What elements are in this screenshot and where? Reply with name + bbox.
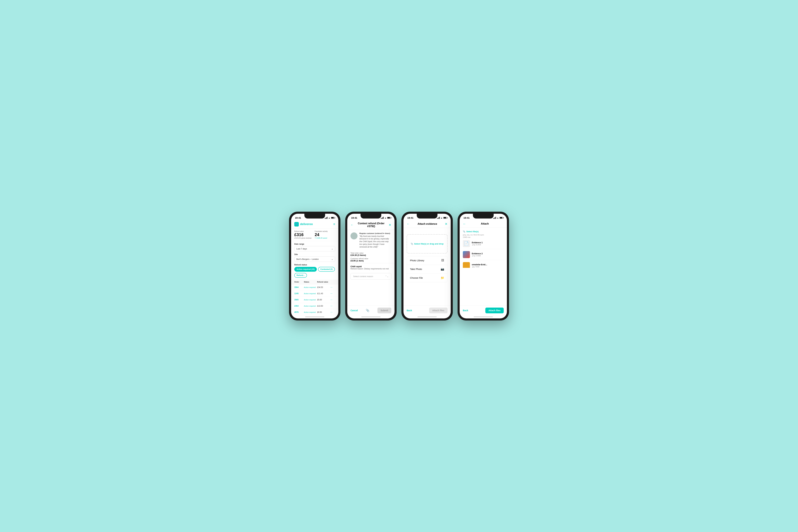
customer-badge: Regular customer (ordered 5+ times) — [359, 232, 391, 234]
phones-container: 19:41 ▲ — [289, 212, 509, 320]
take-photo-option[interactable]: Take Photo 📷 — [407, 265, 448, 273]
phone3-content: ← Attach evidence ✕ 📎 Select file(s) or … — [403, 221, 451, 315]
paperclip-icon-3: 📎 — [463, 230, 466, 233]
phone2-wrapper: 19:41 ▲ — [345, 212, 396, 320]
photo-library-option[interactable]: Photo Library 🖼 — [407, 256, 448, 265]
tab-action-required[interactable]: Action required (10) — [294, 267, 317, 272]
deliveroo-logo-icon: 🐦 — [294, 222, 299, 227]
date-select[interactable]: Last 7 days ⌄ — [294, 246, 335, 251]
paperclip-icon[interactable]: 📎 — [366, 309, 369, 312]
fraud-stat: Fraudulent activity 24 🛡 £169.20 saved — [315, 230, 328, 239]
site-select[interactable]: Bert's Bergers – London ⌄ — [294, 256, 335, 262]
back-button-text-4[interactable]: Back — [463, 309, 468, 312]
tab-refund[interactable]: Refund... — [294, 273, 307, 278]
phone4-notch — [473, 214, 494, 218]
choose-file-label: Choose File — [410, 277, 423, 279]
table-row[interactable]: 2354 Action required £13.50 ··· — [291, 303, 338, 309]
table-header: Order Status Refund value — [291, 280, 338, 284]
take-photo-label: Take Photo — [410, 268, 422, 270]
order-number[interactable]: 3564 — [294, 286, 304, 288]
photo-library-label: Photo Library — [410, 259, 424, 262]
close-button-3[interactable]: ✕ — [445, 222, 448, 226]
more-options-icon[interactable]: ··· — [330, 286, 335, 289]
phone1-wrapper: 19:41 ▲ — [289, 212, 340, 320]
back-button-3[interactable]: ← — [407, 222, 410, 226]
item-reason: Refund reason: Dietary requirements not … — [350, 268, 391, 270]
orders-table: Order Status Refund value 3564 Action re… — [291, 280, 338, 315]
contest-footer: Cancel 📎 Submit — [347, 305, 395, 315]
phone1-content: 🐦 deliveroo ≡ Refund value £316 of £4,21… — [291, 221, 338, 315]
order-value: £6.50 — [317, 311, 330, 313]
attach-header-4: ← Attach — [460, 221, 507, 228]
back-button-4[interactable]: ← — [463, 222, 466, 226]
drag-drop-area[interactable]: 📎 Select file(s) or drag and drop — [407, 234, 448, 253]
file-items: 📄 Evidence 1 .png 413KB Evidence 2 .png … — [463, 238, 504, 268]
site-label: Site — [294, 253, 335, 255]
dashboard-header: 🐦 deliveroo ≡ — [291, 221, 338, 229]
select-files-row[interactable]: 📎 Select file(s) — [463, 229, 504, 234]
status-label: Refund status — [294, 264, 335, 266]
wifi-icon-2: ▲ — [384, 217, 386, 219]
order-details: Total order value £24.30 (3 items) Custo… — [347, 252, 395, 263]
submit-button[interactable]: Submit — [377, 308, 391, 313]
file-size-note: 15MB max — [463, 236, 504, 238]
camera-icon: 📷 — [441, 267, 444, 271]
more-options-icon[interactable]: ··· — [330, 305, 335, 307]
phone4-home-indicator — [460, 315, 507, 319]
order-status: Action required — [304, 292, 317, 294]
contest-modal-header: ← Contest refund (Order #3792) ✕ — [347, 221, 395, 230]
file-thumbnail — [463, 251, 470, 258]
attach-files-button-disabled[interactable]: Attach files — [429, 308, 448, 313]
order-number[interactable]: 1245 — [294, 292, 304, 294]
phone2: 19:41 ▲ — [345, 212, 396, 320]
order-value: £13.50 — [317, 305, 330, 307]
table-row[interactable]: 1245 Action required £11.43 ··· — [291, 290, 338, 297]
back-button-2[interactable]: ← — [350, 223, 354, 227]
table-row[interactable]: 4576 Action required £6.50 ··· — [291, 309, 338, 315]
phone4-wrapper: 19:41 ▲ — [458, 212, 509, 320]
choose-file-option[interactable]: Choose File 📁 — [407, 273, 448, 282]
site-value: Bert's Bergers – London — [297, 258, 319, 260]
drag-drop-text: 📎 Select file(s) or drag and drop — [411, 243, 443, 245]
date-value: Last 7 days — [297, 248, 307, 250]
phone3-wrapper: 19:41 ▲ — [402, 212, 453, 320]
more-options-icon[interactable]: ··· — [330, 311, 335, 314]
more-options-icon[interactable]: ··· — [330, 292, 335, 295]
total-label: Total order value — [350, 252, 391, 254]
refund-row: Customer refund value £6.95 (1 item) — [350, 258, 391, 262]
attach-footer: Back Attach files — [403, 305, 451, 315]
phone4-status-icons: ▲ — [493, 217, 503, 219]
spacer — [347, 281, 395, 305]
contest-reason-select[interactable]: Select contest reason ⌃⌄ — [350, 273, 391, 280]
order-status: Action required — [304, 286, 317, 288]
cancel-button[interactable]: Cancel — [350, 309, 358, 312]
refund-value: £316 — [294, 232, 311, 237]
more-options-icon[interactable]: ··· — [330, 298, 335, 301]
file-item: 📄 Evidence 1 .png 413KB — [463, 238, 504, 249]
file-info: Evidence 2 .png 4.6MB — [472, 252, 482, 256]
attach-footer-4: Back Attach files — [460, 305, 507, 315]
file-meta: .png 4.6MB — [472, 255, 482, 256]
back-button-text-3[interactable]: Back — [407, 309, 412, 312]
order-number[interactable]: 3565 — [294, 299, 304, 301]
phone3-home-indicator — [403, 315, 451, 319]
close-button[interactable]: ✕ — [388, 223, 391, 227]
file-list: 📎 Select file(s) jpeg, png, csv, Word fi… — [460, 228, 507, 268]
phone2-notch — [361, 214, 381, 218]
attach-files-button-active[interactable]: Attach files — [485, 308, 504, 313]
order-number[interactable]: 2354 — [294, 305, 304, 307]
fraud-value: 24 — [315, 232, 328, 237]
table-row[interactable]: 3564 Action required £34.53 ··· — [291, 284, 338, 290]
phone1: 19:41 ▲ — [289, 212, 340, 320]
menu-icon[interactable]: ≡ — [333, 222, 335, 226]
order-status: Action required — [304, 299, 317, 301]
item-name: Chilli squid — [350, 265, 391, 268]
wifi-icon-4: ▲ — [497, 217, 499, 219]
table-row[interactable]: 3565 Action required £5.00 ··· — [291, 297, 338, 303]
chevron-up-down-icon: ⌃⌄ — [385, 275, 388, 278]
order-status: Action required — [304, 311, 317, 313]
phone4-time: 19:41 — [463, 216, 470, 219]
stats-section: Refund value £316 of £4,211 gross revenu… — [291, 229, 338, 241]
tab-contested[interactable]: Contested (3) — [318, 267, 335, 272]
order-number[interactable]: 4576 — [294, 311, 304, 313]
